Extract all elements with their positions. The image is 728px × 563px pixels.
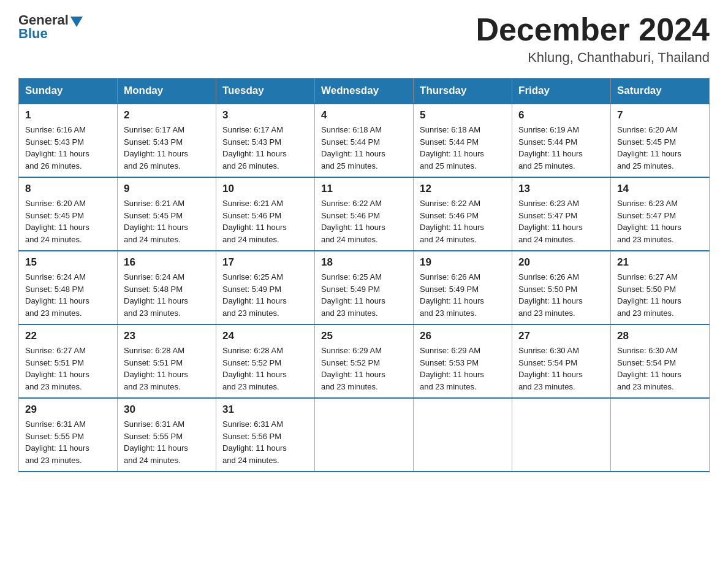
weekday-header-tuesday: Tuesday bbox=[216, 79, 315, 104]
day-cell-4: 4Sunrise: 6:18 AM Sunset: 5:44 PM Daylig… bbox=[315, 104, 414, 177]
day-cell-7: 7Sunrise: 6:20 AM Sunset: 5:45 PM Daylig… bbox=[611, 104, 710, 177]
logo-triangle-icon bbox=[70, 17, 83, 27]
calendar-table: SundayMondayTuesdayWednesdayThursdayFrid… bbox=[18, 78, 710, 472]
day-cell-11: 11Sunrise: 6:22 AM Sunset: 5:46 PM Dayli… bbox=[315, 177, 414, 251]
weekday-header-saturday: Saturday bbox=[611, 79, 710, 104]
day-info: Sunrise: 6:18 AM Sunset: 5:44 PM Dayligh… bbox=[420, 125, 484, 170]
day-info: Sunrise: 6:21 AM Sunset: 5:45 PM Dayligh… bbox=[124, 199, 188, 244]
day-number: 29 bbox=[25, 404, 111, 416]
day-number: 25 bbox=[321, 330, 407, 342]
day-number: 14 bbox=[617, 183, 703, 195]
day-info: Sunrise: 6:19 AM Sunset: 5:44 PM Dayligh… bbox=[518, 125, 583, 170]
day-cell-17: 17Sunrise: 6:25 AM Sunset: 5:49 PM Dayli… bbox=[216, 251, 315, 324]
day-number: 3 bbox=[222, 109, 308, 121]
day-info: Sunrise: 6:23 AM Sunset: 5:47 PM Dayligh… bbox=[617, 199, 681, 244]
weekday-header-monday: Monday bbox=[118, 79, 216, 104]
calendar-week-3: 15Sunrise: 6:24 AM Sunset: 5:48 PM Dayli… bbox=[19, 251, 710, 324]
day-cell-1: 1Sunrise: 6:16 AM Sunset: 5:43 PM Daylig… bbox=[19, 104, 118, 177]
calendar-week-2: 8Sunrise: 6:20 AM Sunset: 5:45 PM Daylig… bbox=[19, 177, 710, 251]
day-number: 24 bbox=[222, 330, 308, 342]
day-cell-3: 3Sunrise: 6:17 AM Sunset: 5:43 PM Daylig… bbox=[216, 104, 315, 177]
empty-cell bbox=[512, 398, 611, 472]
day-number: 27 bbox=[518, 330, 604, 342]
day-number: 20 bbox=[518, 256, 604, 269]
day-info: Sunrise: 6:25 AM Sunset: 5:49 PM Dayligh… bbox=[222, 272, 287, 318]
weekday-header-sunday: Sunday bbox=[19, 79, 118, 104]
day-info: Sunrise: 6:30 AM Sunset: 5:54 PM Dayligh… bbox=[617, 346, 681, 391]
day-number: 9 bbox=[124, 183, 210, 195]
day-cell-9: 9Sunrise: 6:21 AM Sunset: 5:45 PM Daylig… bbox=[118, 177, 216, 251]
day-info: Sunrise: 6:20 AM Sunset: 5:45 PM Dayligh… bbox=[617, 125, 681, 170]
day-number: 26 bbox=[420, 330, 506, 342]
day-info: Sunrise: 6:26 AM Sunset: 5:49 PM Dayligh… bbox=[420, 272, 484, 318]
calendar-week-1: 1Sunrise: 6:16 AM Sunset: 5:43 PM Daylig… bbox=[19, 104, 710, 177]
day-cell-15: 15Sunrise: 6:24 AM Sunset: 5:48 PM Dayli… bbox=[19, 251, 118, 324]
day-number: 17 bbox=[222, 256, 308, 269]
weekday-header-friday: Friday bbox=[512, 79, 611, 104]
day-cell-26: 26Sunrise: 6:29 AM Sunset: 5:53 PM Dayli… bbox=[414, 324, 512, 398]
day-info: Sunrise: 6:23 AM Sunset: 5:47 PM Dayligh… bbox=[518, 199, 583, 244]
calendar-week-5: 29Sunrise: 6:31 AM Sunset: 5:55 PM Dayli… bbox=[19, 398, 710, 472]
day-number: 22 bbox=[25, 330, 111, 342]
day-cell-8: 8Sunrise: 6:20 AM Sunset: 5:45 PM Daylig… bbox=[19, 177, 118, 251]
day-info: Sunrise: 6:30 AM Sunset: 5:54 PM Dayligh… bbox=[518, 346, 583, 391]
day-number: 31 bbox=[222, 404, 308, 416]
day-info: Sunrise: 6:27 AM Sunset: 5:50 PM Dayligh… bbox=[617, 272, 681, 318]
day-info: Sunrise: 6:16 AM Sunset: 5:43 PM Dayligh… bbox=[25, 125, 89, 170]
day-number: 18 bbox=[321, 256, 407, 269]
day-cell-18: 18Sunrise: 6:25 AM Sunset: 5:49 PM Dayli… bbox=[315, 251, 414, 324]
day-number: 28 bbox=[617, 330, 703, 342]
empty-cell bbox=[611, 398, 710, 472]
day-info: Sunrise: 6:24 AM Sunset: 5:48 PM Dayligh… bbox=[25, 272, 89, 318]
day-number: 8 bbox=[25, 183, 111, 195]
day-cell-20: 20Sunrise: 6:26 AM Sunset: 5:50 PM Dayli… bbox=[512, 251, 611, 324]
day-info: Sunrise: 6:29 AM Sunset: 5:53 PM Dayligh… bbox=[420, 346, 484, 391]
title-block: December 2024 Khlung, Chanthaburi, Thail… bbox=[476, 12, 710, 66]
day-number: 11 bbox=[321, 183, 407, 195]
day-cell-19: 19Sunrise: 6:26 AM Sunset: 5:49 PM Dayli… bbox=[414, 251, 512, 324]
day-info: Sunrise: 6:27 AM Sunset: 5:51 PM Dayligh… bbox=[25, 346, 89, 391]
day-number: 1 bbox=[25, 109, 111, 121]
day-number: 12 bbox=[420, 183, 506, 195]
day-info: Sunrise: 6:17 AM Sunset: 5:43 PM Dayligh… bbox=[124, 125, 188, 170]
day-number: 4 bbox=[321, 109, 407, 121]
day-info: Sunrise: 6:28 AM Sunset: 5:52 PM Dayligh… bbox=[222, 346, 287, 391]
day-cell-23: 23Sunrise: 6:28 AM Sunset: 5:51 PM Dayli… bbox=[118, 324, 216, 398]
day-number: 23 bbox=[124, 330, 210, 342]
day-number: 5 bbox=[420, 109, 506, 121]
day-cell-14: 14Sunrise: 6:23 AM Sunset: 5:47 PM Dayli… bbox=[611, 177, 710, 251]
logo-blue-text: Blue bbox=[18, 26, 48, 42]
day-cell-21: 21Sunrise: 6:27 AM Sunset: 5:50 PM Dayli… bbox=[611, 251, 710, 324]
logo: General Blue bbox=[18, 12, 83, 42]
day-info: Sunrise: 6:17 AM Sunset: 5:43 PM Dayligh… bbox=[222, 125, 287, 170]
day-cell-31: 31Sunrise: 6:31 AM Sunset: 5:56 PM Dayli… bbox=[216, 398, 315, 472]
weekday-header-wednesday: Wednesday bbox=[315, 79, 414, 104]
day-cell-30: 30Sunrise: 6:31 AM Sunset: 5:55 PM Dayli… bbox=[118, 398, 216, 472]
day-info: Sunrise: 6:22 AM Sunset: 5:46 PM Dayligh… bbox=[420, 199, 484, 244]
weekday-header-row: SundayMondayTuesdayWednesdayThursdayFrid… bbox=[19, 79, 710, 104]
day-cell-16: 16Sunrise: 6:24 AM Sunset: 5:48 PM Dayli… bbox=[118, 251, 216, 324]
calendar-subtitle: Khlung, Chanthaburi, Thailand bbox=[476, 50, 710, 66]
day-cell-22: 22Sunrise: 6:27 AM Sunset: 5:51 PM Dayli… bbox=[19, 324, 118, 398]
day-info: Sunrise: 6:25 AM Sunset: 5:49 PM Dayligh… bbox=[321, 272, 385, 318]
day-info: Sunrise: 6:31 AM Sunset: 5:55 PM Dayligh… bbox=[124, 419, 188, 465]
day-info: Sunrise: 6:21 AM Sunset: 5:46 PM Dayligh… bbox=[222, 199, 287, 244]
day-number: 6 bbox=[518, 109, 604, 121]
day-cell-2: 2Sunrise: 6:17 AM Sunset: 5:43 PM Daylig… bbox=[118, 104, 216, 177]
day-number: 13 bbox=[518, 183, 604, 195]
weekday-header-thursday: Thursday bbox=[414, 79, 512, 104]
day-cell-29: 29Sunrise: 6:31 AM Sunset: 5:55 PM Dayli… bbox=[19, 398, 118, 472]
day-number: 10 bbox=[222, 183, 308, 195]
day-info: Sunrise: 6:22 AM Sunset: 5:46 PM Dayligh… bbox=[321, 199, 385, 244]
day-number: 7 bbox=[617, 109, 703, 121]
day-number: 15 bbox=[25, 256, 111, 269]
calendar-week-4: 22Sunrise: 6:27 AM Sunset: 5:51 PM Dayli… bbox=[19, 324, 710, 398]
empty-cell bbox=[315, 398, 414, 472]
day-cell-27: 27Sunrise: 6:30 AM Sunset: 5:54 PM Dayli… bbox=[512, 324, 611, 398]
day-info: Sunrise: 6:24 AM Sunset: 5:48 PM Dayligh… bbox=[124, 272, 188, 318]
day-cell-25: 25Sunrise: 6:29 AM Sunset: 5:52 PM Dayli… bbox=[315, 324, 414, 398]
day-cell-24: 24Sunrise: 6:28 AM Sunset: 5:52 PM Dayli… bbox=[216, 324, 315, 398]
day-cell-12: 12Sunrise: 6:22 AM Sunset: 5:46 PM Dayli… bbox=[414, 177, 512, 251]
day-number: 19 bbox=[420, 256, 506, 269]
day-number: 21 bbox=[617, 256, 703, 269]
